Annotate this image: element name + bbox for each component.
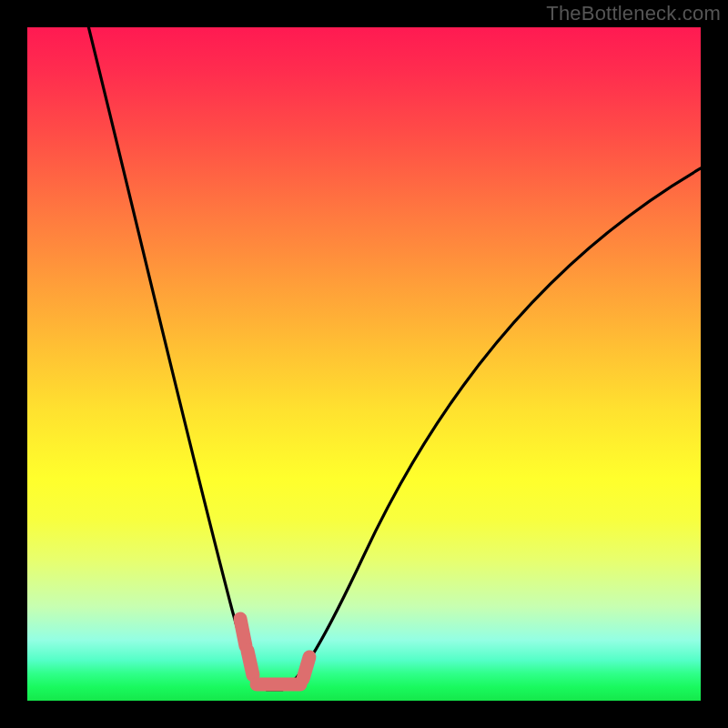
bottleneck-curve	[77, 27, 701, 690]
chart-frame: TheBottleneck.com	[0, 0, 728, 728]
plot-area	[27, 27, 701, 701]
watermark-text: TheBottleneck.com	[546, 2, 721, 25]
svg-line-0	[240, 619, 246, 646]
accent-highlight	[240, 619, 309, 684]
curve-layer	[27, 27, 701, 701]
svg-line-3	[303, 657, 309, 679]
svg-line-1	[248, 651, 253, 675]
